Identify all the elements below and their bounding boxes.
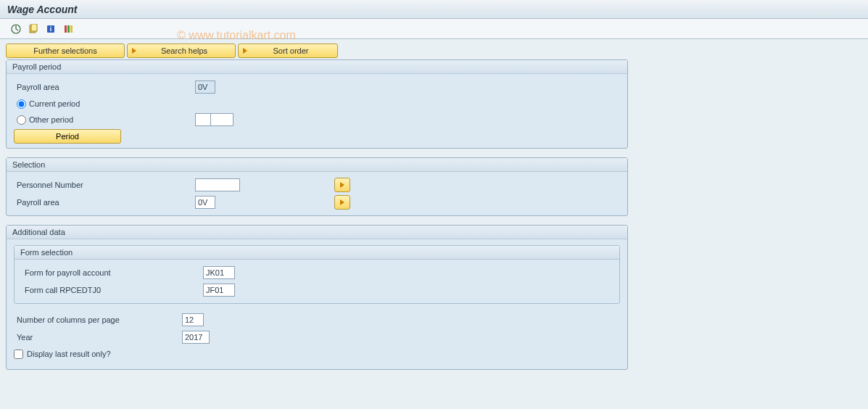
further-selections-label: Further selections: [33, 46, 96, 55]
further-selections-button[interactable]: Further selections: [6, 44, 125, 58]
sort-order-button[interactable]: Sort order: [238, 44, 338, 58]
payroll-area-input[interactable]: [195, 80, 215, 94]
personnel-multi-button[interactable]: [334, 178, 350, 192]
svg-rect-7: [70, 25, 73, 33]
toolbar: i: [0, 19, 868, 39]
form-call-label: Form call RPCEDTJ0: [22, 286, 203, 294]
form-selection-title: Form selection: [15, 246, 619, 260]
additional-data-group: Additional data Form selection Form for …: [6, 225, 628, 370]
form-payroll-account-input[interactable]: [203, 266, 235, 279]
svg-rect-6: [67, 25, 70, 33]
selection-payroll-area-label: Payroll area: [14, 198, 195, 207]
payroll-area-label: Payroll area: [14, 83, 195, 91]
arrow-right-icon: [340, 182, 344, 188]
other-period-radio[interactable]: [17, 115, 26, 125]
page-title: Wage Account: [7, 4, 77, 15]
content-area: Further selections Search helps Sort ord…: [0, 39, 868, 383]
variant-icon[interactable]: [28, 23, 39, 35]
selection-payroll-area-input[interactable]: [195, 196, 215, 209]
payroll-period-group: Payroll period Payroll area Current peri…: [6, 59, 628, 149]
period-button[interactable]: Period: [14, 129, 121, 144]
display-last-label: Display last result only?: [27, 350, 111, 358]
payroll-period-title: Payroll period: [7, 60, 627, 74]
selection-title: Selection: [7, 158, 627, 172]
additional-data-title: Additional data: [7, 226, 627, 239]
execute-icon[interactable]: [10, 23, 22, 35]
form-call-input[interactable]: [203, 284, 235, 297]
form-selection-group: Form selection Form for payroll account …: [14, 245, 620, 304]
other-period-input-1[interactable]: [195, 113, 211, 126]
columns-input[interactable]: [182, 313, 204, 326]
info-icon[interactable]: i: [45, 23, 57, 35]
top-button-row: Further selections Search helps Sort ord…: [6, 44, 862, 58]
other-period-input-2[interactable]: [210, 113, 233, 126]
year-input[interactable]: [182, 331, 210, 344]
period-button-label: Period: [56, 132, 79, 141]
search-helps-button[interactable]: Search helps: [127, 44, 236, 58]
search-helps-label: Search helps: [141, 46, 228, 55]
form-payroll-account-label: Form for payroll account: [22, 268, 203, 277]
current-period-radio[interactable]: [17, 99, 26, 109]
svg-rect-5: [65, 25, 67, 33]
payroll-multi-button[interactable]: [334, 195, 350, 210]
personnel-number-label: Personnel Number: [14, 181, 195, 189]
sort-order-label: Sort order: [252, 46, 330, 55]
settings-icon[interactable]: [62, 23, 74, 35]
year-label: Year: [14, 333, 182, 342]
title-bar: Wage Account: [0, 0, 868, 19]
arrow-right-icon: [243, 48, 247, 54]
arrow-right-icon: [132, 48, 136, 54]
display-last-checkbox[interactable]: [14, 350, 23, 359]
svg-text:i: i: [50, 25, 52, 33]
personnel-number-input[interactable]: [195, 178, 240, 191]
current-period-label: Current period: [29, 99, 80, 108]
columns-label: Number of columns per page: [14, 315, 182, 324]
selection-group: Selection Personnel Number Payroll area: [6, 157, 628, 216]
arrow-right-icon: [340, 199, 344, 205]
svg-rect-2: [31, 24, 37, 31]
other-period-label: Other period: [29, 115, 73, 124]
